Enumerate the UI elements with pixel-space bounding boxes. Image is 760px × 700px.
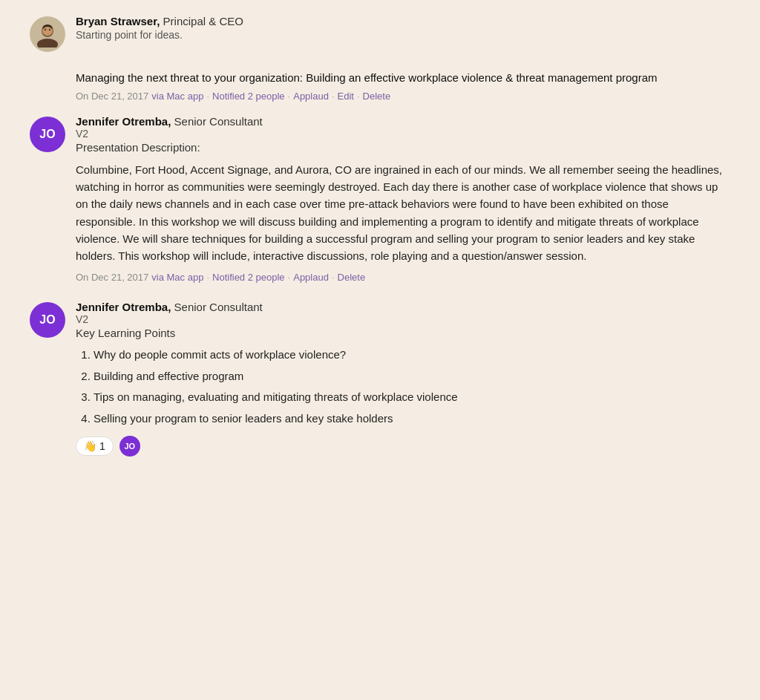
- post2-meta: On Dec 21, 2017 via Mac app · Notified 2…: [76, 272, 730, 283]
- list-item: Building and effective program: [94, 368, 730, 385]
- post1-meta: On Dec 21, 2017 via Mac app · Notified 2…: [76, 91, 730, 102]
- comment-jennifer-2-body: Jennifer Otremba, Senior Consultant V2 K…: [76, 301, 730, 457]
- comment-jennifer-1: JO Jennifer Otremba, Senior Consultant V…: [30, 115, 730, 284]
- post2-date: On Dec 21, 2017: [76, 272, 148, 283]
- author-title-jennifer-1: Senior Consultant: [174, 115, 263, 128]
- reaction-count: 1: [99, 440, 105, 452]
- svg-point-3: [45, 29, 46, 30]
- avatar-jennifer-2: JO: [30, 302, 65, 338]
- comment-bryan: Bryan Strawser, Principal & CEO Starting…: [30, 15, 730, 52]
- svg-point-4: [49, 29, 50, 30]
- svg-point-1: [37, 39, 58, 48]
- author-title-jennifer-2: Senior Consultant: [174, 301, 263, 313]
- reactor-avatar: JO: [119, 436, 140, 457]
- post2-section-label: Presentation Description:: [76, 141, 730, 154]
- post1-notified[interactable]: Notified 2 people: [212, 91, 285, 102]
- post1-delete[interactable]: Delete: [363, 91, 391, 102]
- comment-jennifer-2: JO Jennifer Otremba, Senior Consultant V…: [30, 301, 730, 457]
- author-name-bryan: Bryan Strawser,: [76, 15, 160, 27]
- list-item: Why do people commit acts of workplace v…: [94, 347, 730, 364]
- avatar-jennifer-1: JO: [30, 117, 65, 152]
- post1-edit[interactable]: Edit: [338, 91, 354, 102]
- learning-points-list: Why do people commit acts of workplace v…: [94, 347, 730, 427]
- list-item: Selling your program to senior leaders a…: [94, 410, 730, 428]
- post1-date: On Dec 21, 2017: [76, 91, 148, 102]
- reaction-emoji: 👋: [84, 440, 96, 452]
- author-name-jennifer-2: Jennifer Otremba,: [76, 301, 171, 313]
- post3-v2: V2: [76, 313, 730, 325]
- post2-paragraph: Columbine, Fort Hood, Accent Signage, an…: [76, 161, 730, 265]
- comment-bryan-body: Bryan Strawser, Principal & CEO Starting…: [76, 15, 730, 41]
- post1-applaud[interactable]: Applaud: [293, 91, 329, 102]
- post3-section-label: Key Learning Points: [76, 327, 730, 339]
- post1-via[interactable]: via Mac app: [151, 91, 203, 102]
- comment-jennifer-1-body: Jennifer Otremba, Senior Consultant V2 P…: [76, 115, 730, 284]
- post2-applaud[interactable]: Applaud: [293, 272, 329, 283]
- post2-v2: V2: [76, 128, 730, 140]
- post2-notified[interactable]: Notified 2 people: [212, 272, 285, 283]
- list-item: Tips on managing, evaluating and mitigat…: [94, 389, 730, 406]
- tagline-bryan: Starting point for ideas.: [76, 29, 730, 41]
- reactions-row: 👋 1 JO: [76, 436, 730, 457]
- post1-content: Managing the next threat to your organiz…: [76, 70, 730, 102]
- post1-title: Managing the next threat to your organiz…: [76, 70, 730, 86]
- post2-delete[interactable]: Delete: [338, 272, 366, 283]
- author-name-jennifer-1: Jennifer Otremba,: [76, 115, 171, 128]
- reaction-wave[interactable]: 👋 1: [76, 436, 114, 456]
- avatar-bryan: [30, 16, 65, 52]
- post2-via[interactable]: via Mac app: [151, 272, 203, 283]
- author-title-bryan: Principal & CEO: [163, 15, 243, 27]
